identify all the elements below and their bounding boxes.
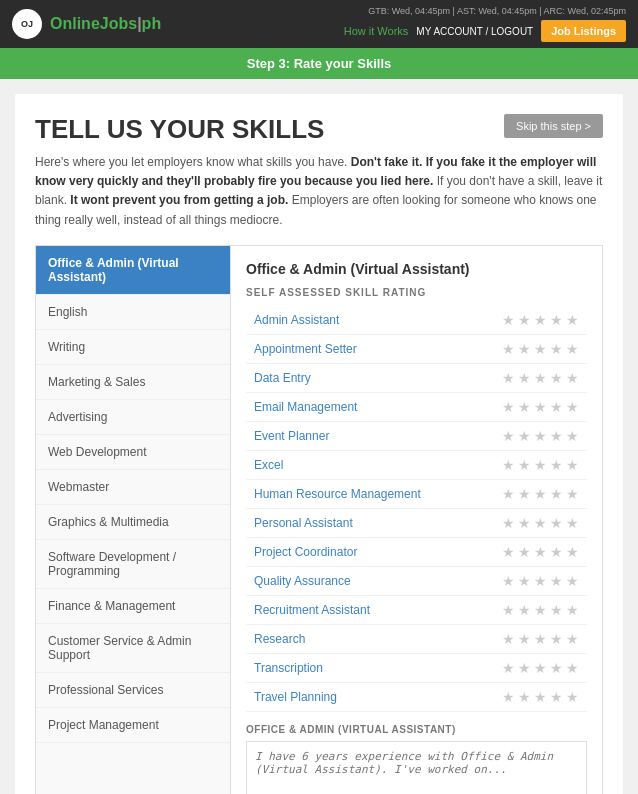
sidebar-item-10[interactable]: Customer Service & Admin Support [36, 624, 230, 673]
star-9-1[interactable]: ★ [518, 573, 531, 589]
star-1-4[interactable]: ★ [566, 341, 579, 357]
star-8-3[interactable]: ★ [550, 544, 563, 560]
sidebar-item-5[interactable]: Web Development [36, 435, 230, 470]
star-5-1[interactable]: ★ [518, 457, 531, 473]
star-7-0[interactable]: ★ [502, 515, 515, 531]
star-5-3[interactable]: ★ [550, 457, 563, 473]
star-2-1[interactable]: ★ [518, 370, 531, 386]
star-0-0[interactable]: ★ [502, 312, 515, 328]
experience-textarea[interactable] [246, 741, 587, 794]
star-3-4[interactable]: ★ [566, 399, 579, 415]
star-13-0[interactable]: ★ [502, 689, 515, 705]
star-0-4[interactable]: ★ [566, 312, 579, 328]
star-rating-2[interactable]: ★★★★★ [502, 370, 579, 386]
star-6-1[interactable]: ★ [518, 486, 531, 502]
star-12-4[interactable]: ★ [566, 660, 579, 676]
star-3-3[interactable]: ★ [550, 399, 563, 415]
star-rating-10[interactable]: ★★★★★ [502, 602, 579, 618]
sidebar-item-11[interactable]: Professional Services [36, 673, 230, 708]
star-6-0[interactable]: ★ [502, 486, 515, 502]
star-0-1[interactable]: ★ [518, 312, 531, 328]
star-10-1[interactable]: ★ [518, 602, 531, 618]
star-0-2[interactable]: ★ [534, 312, 547, 328]
sidebar-item-7[interactable]: Graphics & Multimedia [36, 505, 230, 540]
star-rating-5[interactable]: ★★★★★ [502, 457, 579, 473]
sidebar-item-3[interactable]: Marketing & Sales [36, 365, 230, 400]
star-3-0[interactable]: ★ [502, 399, 515, 415]
sidebar-item-0[interactable]: Office & Admin (Virtual Assistant) [36, 246, 230, 295]
star-8-1[interactable]: ★ [518, 544, 531, 560]
star-rating-12[interactable]: ★★★★★ [502, 660, 579, 676]
star-8-2[interactable]: ★ [534, 544, 547, 560]
star-2-0[interactable]: ★ [502, 370, 515, 386]
star-1-1[interactable]: ★ [518, 341, 531, 357]
sidebar-item-4[interactable]: Advertising [36, 400, 230, 435]
star-0-3[interactable]: ★ [550, 312, 563, 328]
star-rating-1[interactable]: ★★★★★ [502, 341, 579, 357]
star-11-3[interactable]: ★ [550, 631, 563, 647]
star-10-2[interactable]: ★ [534, 602, 547, 618]
sidebar-item-2[interactable]: Writing [36, 330, 230, 365]
sidebar-item-1[interactable]: English [36, 295, 230, 330]
star-rating-3[interactable]: ★★★★★ [502, 399, 579, 415]
star-rating-9[interactable]: ★★★★★ [502, 573, 579, 589]
star-6-2[interactable]: ★ [534, 486, 547, 502]
sidebar-item-8[interactable]: Software Development / Programming [36, 540, 230, 589]
star-12-0[interactable]: ★ [502, 660, 515, 676]
star-12-2[interactable]: ★ [534, 660, 547, 676]
star-5-2[interactable]: ★ [534, 457, 547, 473]
star-rating-4[interactable]: ★★★★★ [502, 428, 579, 444]
star-8-4[interactable]: ★ [566, 544, 579, 560]
star-9-2[interactable]: ★ [534, 573, 547, 589]
star-2-4[interactable]: ★ [566, 370, 579, 386]
star-1-3[interactable]: ★ [550, 341, 563, 357]
star-4-1[interactable]: ★ [518, 428, 531, 444]
star-rating-7[interactable]: ★★★★★ [502, 515, 579, 531]
star-7-1[interactable]: ★ [518, 515, 531, 531]
star-7-4[interactable]: ★ [566, 515, 579, 531]
star-7-3[interactable]: ★ [550, 515, 563, 531]
star-9-4[interactable]: ★ [566, 573, 579, 589]
star-2-3[interactable]: ★ [550, 370, 563, 386]
star-13-4[interactable]: ★ [566, 689, 579, 705]
star-4-2[interactable]: ★ [534, 428, 547, 444]
star-10-3[interactable]: ★ [550, 602, 563, 618]
star-rating-13[interactable]: ★★★★★ [502, 689, 579, 705]
my-account-link[interactable]: MY ACCOUNT / LOGOUT [416, 26, 533, 37]
star-13-1[interactable]: ★ [518, 689, 531, 705]
star-10-0[interactable]: ★ [502, 602, 515, 618]
job-listings-button[interactable]: Job Listings [541, 20, 626, 42]
star-3-2[interactable]: ★ [534, 399, 547, 415]
star-1-0[interactable]: ★ [502, 341, 515, 357]
skip-step-button[interactable]: Skip this step > [504, 114, 603, 138]
star-rating-8[interactable]: ★★★★★ [502, 544, 579, 560]
star-12-1[interactable]: ★ [518, 660, 531, 676]
star-1-2[interactable]: ★ [534, 341, 547, 357]
sidebar-item-12[interactable]: Project Management [36, 708, 230, 743]
sidebar-item-9[interactable]: Finance & Management [36, 589, 230, 624]
star-12-3[interactable]: ★ [550, 660, 563, 676]
sidebar-item-6[interactable]: Webmaster [36, 470, 230, 505]
star-4-3[interactable]: ★ [550, 428, 563, 444]
star-9-0[interactable]: ★ [502, 573, 515, 589]
star-2-2[interactable]: ★ [534, 370, 547, 386]
star-6-3[interactable]: ★ [550, 486, 563, 502]
star-5-0[interactable]: ★ [502, 457, 515, 473]
how-it-works-link[interactable]: How it Works [344, 25, 409, 37]
star-11-2[interactable]: ★ [534, 631, 547, 647]
star-rating-11[interactable]: ★★★★★ [502, 631, 579, 647]
star-10-4[interactable]: ★ [566, 602, 579, 618]
star-4-0[interactable]: ★ [502, 428, 515, 444]
star-8-0[interactable]: ★ [502, 544, 515, 560]
star-13-3[interactable]: ★ [550, 689, 563, 705]
star-5-4[interactable]: ★ [566, 457, 579, 473]
star-11-0[interactable]: ★ [502, 631, 515, 647]
star-11-4[interactable]: ★ [566, 631, 579, 647]
star-rating-0[interactable]: ★★★★★ [502, 312, 579, 328]
star-7-2[interactable]: ★ [534, 515, 547, 531]
star-3-1[interactable]: ★ [518, 399, 531, 415]
star-6-4[interactable]: ★ [566, 486, 579, 502]
star-4-4[interactable]: ★ [566, 428, 579, 444]
star-13-2[interactable]: ★ [534, 689, 547, 705]
star-rating-6[interactable]: ★★★★★ [502, 486, 579, 502]
